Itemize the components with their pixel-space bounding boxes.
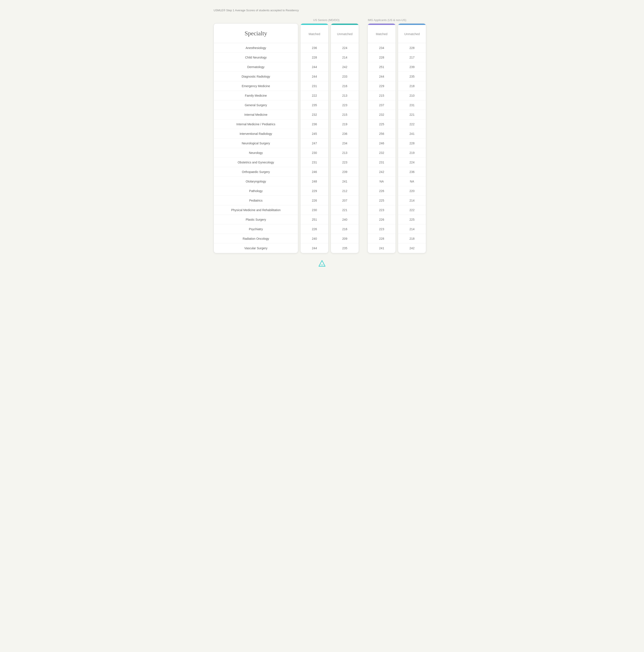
table-row: 242: [331, 62, 359, 72]
col-img-unmatched: Unmatched 228217239235218210231221222241…: [398, 23, 426, 253]
table-row: 216: [331, 224, 359, 234]
col2-header: Unmatched: [331, 24, 359, 43]
table-row: 224: [398, 158, 426, 167]
table-row: 235: [300, 100, 328, 110]
table-row: Psychiatry: [214, 224, 298, 234]
table-row: Orthopaedic Surgery: [214, 167, 298, 176]
table-row: 209: [331, 234, 359, 243]
table-row: Obstetrics and Gynecology: [214, 158, 298, 167]
table-row: Diagnostic Radiology: [214, 72, 298, 81]
table-row: Neurology: [214, 148, 298, 158]
table-row: 229: [300, 186, 328, 196]
table-row: 214: [331, 53, 359, 62]
table-row: 232: [368, 148, 396, 158]
table-row: 240: [331, 215, 359, 224]
table-row: 214: [398, 224, 426, 234]
table-row: 246: [300, 167, 328, 176]
table-row: Radiation Oncology: [214, 234, 298, 243]
table-row: Otolaryngology: [214, 176, 298, 186]
table-row: 212: [331, 186, 359, 196]
table-row: 223: [331, 158, 359, 167]
table-row: 228: [368, 53, 396, 62]
table-row: 241: [368, 243, 396, 253]
table-row: Internal Medicine: [214, 110, 298, 119]
table-row: 223: [368, 205, 396, 215]
table-row: 228: [368, 234, 396, 243]
table-row: Plastic Surgery: [214, 215, 298, 224]
col-img-matched: Matched 23422825124422921523723222525624…: [368, 23, 396, 253]
table-row: 231: [300, 158, 328, 167]
logo-icon: [318, 260, 326, 268]
table-row: 244: [300, 62, 328, 72]
table-row: 220: [398, 186, 426, 196]
page-title: USMLE® Step 1 Average Scores of students…: [214, 9, 430, 12]
table-row: 223: [331, 100, 359, 110]
table-row: 231: [300, 81, 328, 91]
table-row: 213: [331, 148, 359, 158]
group1-label: US Seniors (MD/DO): [298, 19, 354, 23]
table-row: 234: [368, 43, 396, 53]
table-row: 244: [300, 243, 328, 253]
table-row: 228: [300, 53, 328, 62]
table-row: 225: [368, 196, 396, 205]
table-row: Pathology: [214, 186, 298, 196]
svg-marker-0: [319, 261, 325, 266]
table-row: 247: [300, 138, 328, 148]
table-row: NA: [368, 176, 396, 186]
table-row: 231: [398, 100, 426, 110]
table-row: 236: [300, 43, 328, 53]
table-row: Emergency Medicine: [214, 81, 298, 91]
table-row: 224: [331, 43, 359, 53]
col4-header: Unmatched: [398, 24, 426, 43]
specialty-column-header: Specialty: [214, 24, 298, 43]
table-row: 226: [368, 186, 396, 196]
table-row: 242: [398, 243, 426, 253]
table-row: 230: [300, 205, 328, 215]
table-row: Interventional Radiology: [214, 129, 298, 138]
table-row: 248: [300, 176, 328, 186]
table-row: 235: [398, 72, 426, 81]
table-row: 214: [398, 196, 426, 205]
table-row: 241: [398, 129, 426, 138]
table-row: 226: [300, 224, 328, 234]
table-row: 231: [368, 158, 396, 167]
table-row: 244: [368, 72, 396, 81]
table-row: NA: [398, 176, 426, 186]
col3-header: Matched: [368, 24, 396, 43]
table-row: 226: [300, 196, 328, 205]
logo-area: [214, 260, 430, 268]
table-row: General Surgery: [214, 100, 298, 110]
table-row: 229: [368, 81, 396, 91]
table-row: Vascular Surgery: [214, 243, 298, 253]
table-row: 215: [331, 110, 359, 119]
table-row: 222: [300, 91, 328, 100]
table-row: Neurological Surgery: [214, 138, 298, 148]
table-row: 225: [368, 119, 396, 129]
table-row: 241: [331, 176, 359, 186]
table-row: 245: [300, 129, 328, 138]
table-row: 215: [368, 91, 396, 100]
table-row: Pediatrics: [214, 196, 298, 205]
table-row: 218: [398, 81, 426, 91]
specialty-column: Specialty AnesthesiologyChild NeurologyD…: [214, 23, 298, 253]
table-row: 251: [368, 62, 396, 72]
table-row: 222: [398, 205, 426, 215]
table-row: 225: [398, 215, 426, 224]
table-row: 235: [331, 243, 359, 253]
table-row: 213: [331, 91, 359, 100]
table-row: 219: [331, 119, 359, 129]
table-row: 237: [368, 100, 396, 110]
table-row: 256: [368, 129, 396, 138]
table-row: 210: [398, 91, 426, 100]
col1-header: Matched: [300, 24, 328, 43]
table-row: 239: [398, 62, 426, 72]
table-row: Child Neurology: [214, 53, 298, 62]
table-row: 216: [331, 81, 359, 91]
table-row: 207: [331, 196, 359, 205]
table-row: 219: [398, 148, 426, 158]
table-row: 246: [368, 138, 396, 148]
table-row: 230: [300, 148, 328, 158]
table-row: 232: [368, 110, 396, 119]
table-row: 236: [300, 119, 328, 129]
table-row: Family Medicine: [214, 91, 298, 100]
